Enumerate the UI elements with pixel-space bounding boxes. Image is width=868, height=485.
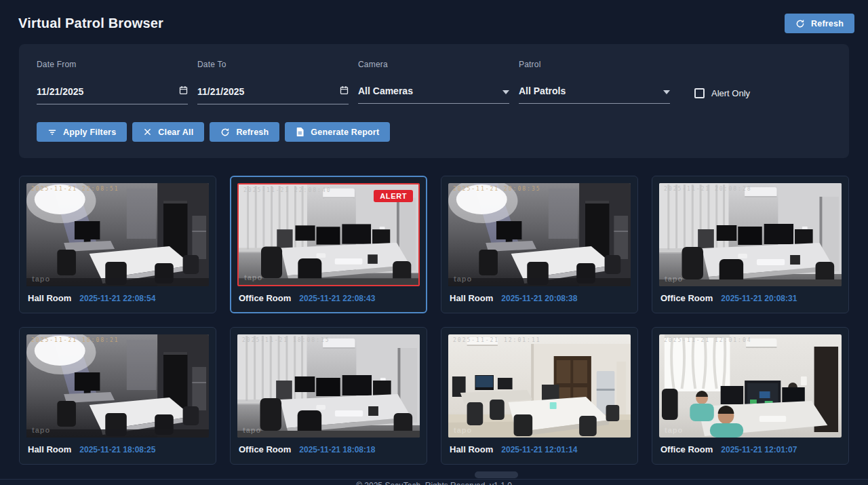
snapshot-card[interactable]: 2025-11-21 22:08:51tapoHall Room2025-11-… xyxy=(19,176,216,313)
footer: © 2025 SecuTech. Rights Reserved. v1.1.0 xyxy=(0,479,868,485)
generate-report-label: Generate Report xyxy=(311,128,379,137)
snapshot-caption: Hall Room2025-11-21 20:08:38 xyxy=(448,293,631,303)
close-icon xyxy=(143,128,152,136)
osd-timestamp: 2025-11-21 20:08:28 xyxy=(664,186,752,192)
camera-watermark: tapo xyxy=(32,275,50,283)
alert-only-toggle[interactable]: Alert Only xyxy=(694,88,750,98)
apply-filters-button[interactable]: Apply Filters xyxy=(37,122,127,142)
snapshot-timestamp: 2025-11-21 20:08:38 xyxy=(501,294,577,303)
refresh-label: Refresh xyxy=(236,128,269,137)
snapshot-card[interactable]: 2025-11-21 12:01:11tapoHall Room2025-11-… xyxy=(441,327,638,465)
scene-illustration xyxy=(659,183,842,286)
filter-actions: Apply Filters Clear All Refresh Generate… xyxy=(37,122,831,142)
osd-timestamp: 2025-11-21 22:08:51 xyxy=(31,186,119,192)
osd-timestamp: 2025-11-21 18:08:15 xyxy=(242,337,330,343)
camera-snapshot[interactable]: 2025-11-21 20:08:35tapo xyxy=(448,183,631,286)
scene-illustration xyxy=(448,183,631,286)
scene-illustration xyxy=(26,183,209,286)
osd-timestamp: 2025-11-21 12:01:11 xyxy=(453,337,541,343)
apply-filters-label: Apply Filters xyxy=(63,128,116,137)
header-refresh-button[interactable]: Refresh xyxy=(785,14,854,33)
camera-watermark: tapo xyxy=(454,426,472,434)
patrol-label: Patrol xyxy=(519,60,670,69)
clear-all-label: Clear All xyxy=(158,128,193,137)
camera-watermark: tapo xyxy=(243,426,261,434)
snapshot-card[interactable]: 2025-11-21 22:08:40tapoALERTOffice Room2… xyxy=(230,176,427,313)
snapshot-grid: 2025-11-21 22:08:51tapoHall Room2025-11-… xyxy=(19,176,849,465)
date-to-input[interactable]: 11/21/2025 xyxy=(197,85,349,104)
snapshot-timestamp: 2025-11-21 22:08:43 xyxy=(299,294,375,303)
osd-timestamp: 2025-11-21 20:08:35 xyxy=(453,186,541,192)
snapshot-caption: Office Room2025-11-21 20:08:31 xyxy=(659,293,842,303)
osd-timestamp: 2025-11-21 22:08:40 xyxy=(243,187,332,193)
calendar-icon[interactable] xyxy=(179,85,188,97)
camera-watermark: tapo xyxy=(665,426,683,434)
generate-report-button[interactable]: Generate Report xyxy=(285,122,390,142)
scene-illustration xyxy=(26,334,209,438)
chevron-down-icon xyxy=(502,85,509,96)
snapshot-caption: Office Room2025-11-21 12:01:07 xyxy=(659,444,842,454)
camera-name: Hall Room xyxy=(28,444,71,454)
camera-select[interactable]: All Cameras xyxy=(358,85,509,104)
snapshot-timestamp: 2025-11-21 22:08:54 xyxy=(79,294,155,303)
camera-name: Hall Room xyxy=(28,293,71,303)
snapshot-caption: Office Room2025-11-21 18:08:18 xyxy=(237,444,420,454)
camera-snapshot[interactable]: 2025-11-21 12:01:04tapo xyxy=(659,334,842,438)
refresh-icon xyxy=(795,19,805,28)
camera-name: Office Room xyxy=(660,293,713,303)
alert-only-checkbox[interactable] xyxy=(694,88,705,98)
page-title: Virtual Patrol Browser xyxy=(18,16,163,31)
snapshot-caption: Office Room2025-11-21 22:08:43 xyxy=(237,293,420,303)
refresh-icon xyxy=(220,128,230,137)
snapshot-timestamp: 2025-11-21 18:08:18 xyxy=(299,445,375,454)
snapshot-timestamp: 2025-11-21 20:08:31 xyxy=(721,294,797,303)
snapshot-timestamp: 2025-11-21 18:08:25 xyxy=(79,445,155,454)
scene-illustration xyxy=(237,334,420,438)
horizontal-scrollbar-thumb[interactable] xyxy=(475,471,518,478)
refresh-button[interactable]: Refresh xyxy=(210,122,279,142)
app-header: Virtual Patrol Browser Refresh xyxy=(0,0,868,44)
snapshot-card[interactable]: 2025-11-21 18:08:15tapoOffice Room2025-1… xyxy=(230,327,427,465)
snapshot-card[interactable]: 2025-11-21 12:01:04tapoOffice Room2025-1… xyxy=(652,327,849,465)
camera-snapshot[interactable]: 2025-11-21 12:01:11tapo xyxy=(448,334,631,438)
camera-watermark: tapo xyxy=(665,275,683,283)
camera-watermark: tapo xyxy=(244,273,262,282)
calendar-icon[interactable] xyxy=(340,85,349,97)
date-from-field: Date From 11/21/2025 xyxy=(37,60,188,104)
footer-text: © 2025 SecuTech. Rights Reserved. v1.1.0 xyxy=(356,481,512,485)
camera-name: Office Room xyxy=(660,444,713,454)
snapshot-timestamp: 2025-11-21 12:01:14 xyxy=(501,445,577,454)
snapshot-card[interactable]: 2025-11-21 20:08:28tapoOffice Room2025-1… xyxy=(652,176,849,313)
snapshot-card[interactable]: 2025-11-21 20:08:35tapoHall Room2025-11-… xyxy=(441,176,638,313)
alert-only-label: Alert Only xyxy=(711,88,750,98)
filter-icon xyxy=(47,128,57,137)
camera-name: Office Room xyxy=(239,444,291,454)
osd-timestamp: 2025-11-21 12:01:04 xyxy=(664,337,752,343)
camera-snapshot[interactable]: 2025-11-21 22:08:51tapo xyxy=(26,183,209,286)
camera-snapshot[interactable]: 2025-11-21 18:08:15tapo xyxy=(237,334,420,438)
camera-snapshot[interactable]: 2025-11-21 20:08:28tapo xyxy=(659,183,842,286)
snapshot-timestamp: 2025-11-21 12:01:07 xyxy=(721,445,797,454)
camera-name: Hall Room xyxy=(450,293,493,303)
scene-illustration xyxy=(659,334,842,438)
osd-timestamp: 2025-11-21 18:08:21 xyxy=(31,337,119,343)
camera-name: Hall Room xyxy=(450,444,493,454)
filter-panel: Date From 11/21/2025 Date To 11/21/2025 … xyxy=(19,44,849,158)
date-to-value: 11/21/2025 xyxy=(197,86,244,97)
camera-select-value: All Cameras xyxy=(358,85,413,96)
snapshot-caption: Hall Room2025-11-21 12:01:14 xyxy=(448,444,631,454)
date-to-field: Date To 11/21/2025 xyxy=(197,60,349,104)
camera-watermark: tapo xyxy=(454,275,472,283)
clear-all-button[interactable]: Clear All xyxy=(132,122,204,142)
camera-field: Camera All Cameras xyxy=(358,60,509,104)
date-from-input[interactable]: 11/21/2025 xyxy=(37,85,188,104)
snapshot-caption: Hall Room2025-11-21 22:08:54 xyxy=(26,293,209,303)
date-from-value: 11/21/2025 xyxy=(37,86,83,97)
camera-name: Office Room xyxy=(239,293,291,303)
alert-badge: ALERT xyxy=(374,190,413,202)
camera-snapshot[interactable]: 2025-11-21 18:08:21tapo xyxy=(26,334,209,438)
document-icon xyxy=(296,127,304,137)
patrol-select[interactable]: All Patrols xyxy=(519,85,670,104)
camera-snapshot[interactable]: 2025-11-21 22:08:40tapoALERT xyxy=(237,183,420,286)
snapshot-card[interactable]: 2025-11-21 18:08:21tapoHall Room2025-11-… xyxy=(19,327,216,465)
